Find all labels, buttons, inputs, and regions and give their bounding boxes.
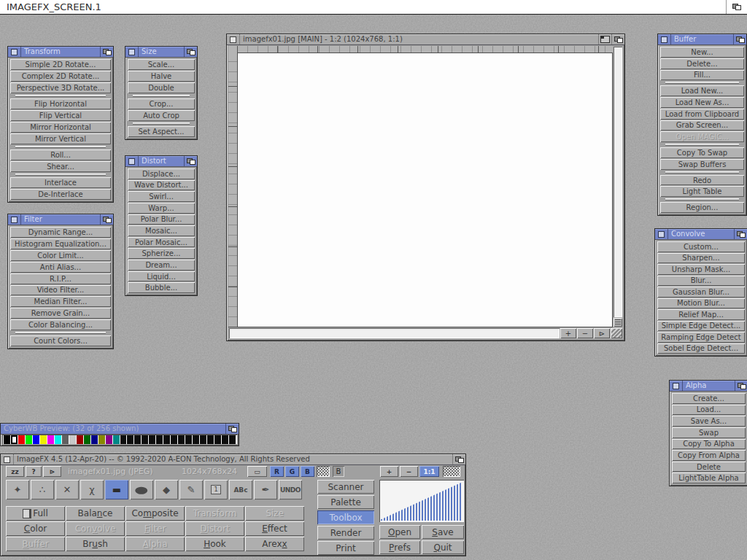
depth-icon[interactable] bbox=[733, 34, 746, 44]
print-button[interactable]: Print bbox=[317, 541, 374, 555]
color-swatch[interactable] bbox=[84, 435, 90, 444]
color-swatch[interactable] bbox=[214, 435, 221, 444]
red-channel-toggle[interactable]: R bbox=[270, 466, 284, 477]
color-swatch[interactable] bbox=[193, 435, 199, 444]
color-swatch[interactable] bbox=[98, 435, 105, 444]
arexx-button[interactable]: Arexx bbox=[245, 537, 304, 551]
panel-button[interactable]: Swap bbox=[672, 427, 746, 438]
panel-button[interactable]: Create... bbox=[672, 393, 746, 404]
zoom-out-button[interactable]: − bbox=[577, 328, 593, 338]
close-icon[interactable] bbox=[125, 156, 139, 166]
panel-button[interactable]: Warp... bbox=[128, 203, 195, 214]
filter-titlebar[interactable]: Filter bbox=[8, 214, 113, 225]
panel-button[interactable]: Mosaic... bbox=[128, 225, 195, 236]
pointer-tool[interactable]: ✦ bbox=[6, 480, 29, 499]
zoom-1to1-button[interactable]: 1:1 bbox=[419, 466, 439, 477]
color-swatch[interactable] bbox=[229, 435, 236, 444]
color-swatch[interactable] bbox=[163, 435, 170, 444]
panel-button[interactable]: Liquid... bbox=[128, 271, 195, 282]
color-swatch[interactable] bbox=[156, 435, 163, 444]
screen-titlebar[interactable]: IMAGEFX_SCREEN.1 bbox=[0, 0, 747, 15]
freehand-tool[interactable]: ✎ bbox=[179, 480, 203, 499]
zoom-out-button[interactable]: − bbox=[400, 466, 418, 477]
color-swatch[interactable] bbox=[69, 435, 76, 444]
composite-button[interactable]: Composite bbox=[125, 506, 185, 521]
image-canvas[interactable] bbox=[237, 52, 613, 327]
scroll-lines-icon[interactable] bbox=[614, 318, 622, 327]
toolbox-titlebar[interactable]: ImageFX 4.5 (12-Apr-20) -- © 1992-2020 A… bbox=[1, 454, 465, 465]
panel-button[interactable]: Perspective 3D Rotate... bbox=[10, 82, 111, 93]
zoom-in-button[interactable]: + bbox=[560, 328, 576, 338]
quit-button[interactable]: Quit bbox=[422, 540, 464, 554]
panel-button[interactable]: Flip Horizontal bbox=[10, 98, 111, 109]
panel-button[interactable]: Roll... bbox=[10, 149, 111, 160]
effect-button[interactable]: Effect bbox=[245, 521, 304, 536]
panel-button[interactable]: Light Table bbox=[660, 186, 744, 197]
close-icon[interactable] bbox=[8, 47, 21, 57]
prefs-button[interactable]: Prefs bbox=[379, 540, 420, 554]
help-button[interactable]: ? bbox=[26, 466, 42, 477]
panel-button[interactable]: Ramping Edge Detect bbox=[657, 332, 745, 343]
panel-button[interactable]: Wave Distort... bbox=[128, 180, 195, 191]
pan-button[interactable]: ⊳ bbox=[594, 328, 610, 338]
panel-button[interactable]: Video Filter... bbox=[10, 285, 111, 296]
color-swatch[interactable] bbox=[4, 435, 10, 444]
image-window[interactable]: imagefx01.jpg [MAIN] - 1:2 (1024x768, 1:… bbox=[226, 34, 625, 341]
panel-button[interactable]: R.I.P... bbox=[10, 273, 111, 284]
box-tool[interactable]: ▬ bbox=[105, 480, 128, 499]
panel-button[interactable]: LightTable Alpha bbox=[672, 472, 746, 483]
panel-button[interactable]: Scale... bbox=[128, 59, 195, 70]
panel-button[interactable]: Color Limit... bbox=[10, 250, 111, 261]
convolve-window[interactable]: ConvolveCustom...Sharpen...Unsharp Mask.… bbox=[654, 228, 747, 357]
panel-button[interactable]: Crop... bbox=[128, 98, 195, 109]
panel-button[interactable]: Interlace bbox=[10, 177, 111, 188]
panel-button[interactable]: Flip Vertical bbox=[10, 110, 111, 121]
panel-button[interactable]: Polar Blur... bbox=[128, 214, 195, 225]
panel-button[interactable]: Gaussian Blur... bbox=[657, 287, 745, 298]
panel-button[interactable]: Save As... bbox=[672, 416, 746, 427]
panel-button[interactable]: Mirror Horizontal bbox=[10, 122, 111, 133]
color-swatch[interactable] bbox=[178, 435, 185, 444]
alpha-window[interactable]: AlphaCreate...Load...Save As...SwapCopy … bbox=[669, 380, 747, 486]
palette-window[interactable]: CyberWB Preview: (32 of 256 shown) bbox=[0, 423, 239, 446]
panel-button[interactable]: Auto Crop bbox=[128, 110, 195, 121]
curve-tool[interactable]: χ bbox=[80, 480, 104, 499]
oval-tool[interactable]: ● bbox=[130, 480, 153, 499]
panel-button[interactable]: Load New As... bbox=[660, 97, 744, 108]
zoom-icon[interactable] bbox=[598, 34, 611, 44]
depth-icon[interactable] bbox=[225, 424, 239, 434]
zoom-in-button[interactable]: + bbox=[380, 466, 398, 477]
color-swatch[interactable] bbox=[47, 435, 54, 444]
color-swatch[interactable] bbox=[127, 435, 133, 444]
transform-titlebar[interactable]: Transform bbox=[8, 47, 113, 58]
color-swatch[interactable] bbox=[40, 435, 47, 444]
color-swatch[interactable] bbox=[113, 435, 120, 444]
convolve-titlebar[interactable]: Convolve bbox=[655, 229, 747, 240]
depth-icon[interactable] bbox=[611, 34, 624, 44]
color-swatch[interactable] bbox=[33, 435, 39, 444]
transform-button[interactable]: Transform bbox=[185, 506, 244, 521]
panel-button[interactable]: Blur... bbox=[657, 276, 745, 287]
brush-tool[interactable]: 1 bbox=[204, 480, 228, 499]
buffer-titlebar[interactable]: Buffer bbox=[658, 34, 746, 45]
color-swatch[interactable] bbox=[18, 435, 25, 444]
color-swatch[interactable] bbox=[91, 435, 98, 444]
close-icon[interactable] bbox=[125, 47, 139, 57]
panel-button[interactable]: Double bbox=[128, 82, 195, 93]
distort-titlebar[interactable]: Distort bbox=[125, 156, 197, 167]
panel-button[interactable]: Dream... bbox=[128, 260, 195, 271]
panel-button[interactable]: Color Balancing... bbox=[10, 319, 111, 330]
hook-button[interactable]: Hook bbox=[185, 537, 244, 551]
vertical-scrollbar[interactable] bbox=[613, 46, 623, 327]
undo-button[interactable]: UNDO bbox=[279, 480, 302, 499]
close-icon[interactable] bbox=[670, 381, 683, 391]
panel-button[interactable]: Delete bbox=[672, 462, 746, 472]
color-swatch[interactable] bbox=[11, 435, 18, 444]
color-swatch[interactable] bbox=[222, 435, 228, 444]
buffer-button[interactable]: Buffer bbox=[6, 537, 65, 551]
close-icon[interactable] bbox=[227, 34, 240, 44]
panel-button[interactable]: Motion Blur... bbox=[657, 298, 745, 309]
depth-icon[interactable] bbox=[735, 381, 747, 391]
filter-button[interactable]: Filter bbox=[125, 521, 185, 536]
horizontal-scroll-track[interactable] bbox=[229, 328, 560, 338]
